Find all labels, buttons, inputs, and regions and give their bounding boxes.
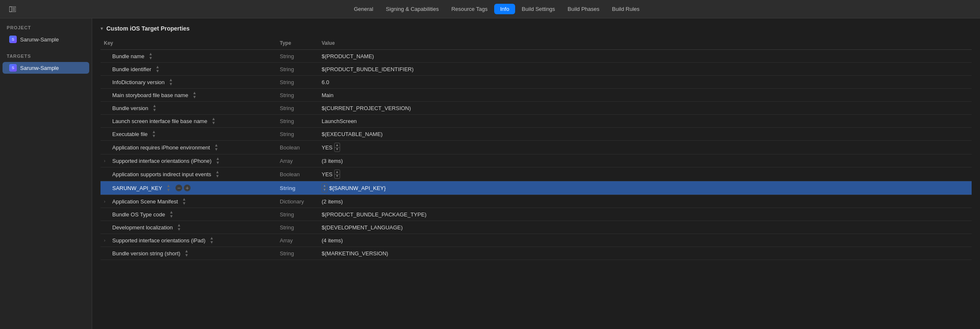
key-stepper[interactable]: ▲▼ bbox=[211, 117, 216, 125]
table-row[interactable]: Bundle version▲▼String$(CURRENT_PROJECT_… bbox=[101, 102, 972, 115]
value-text: (4 items) bbox=[322, 237, 343, 244]
nav-tabs: GeneralSigning & CapabilitiesResource Ta… bbox=[20, 4, 973, 14]
table-row[interactable]: Executable file▲▼String$(EXECUTABLE_NAME… bbox=[101, 128, 972, 141]
table-row[interactable]: Bundle identifier▲▼String$(PRODUCT_BUNDL… bbox=[101, 63, 972, 76]
key-stepper[interactable]: ▲▼ bbox=[192, 91, 196, 99]
type-text: String bbox=[280, 185, 296, 191]
value-text: $(EXECUTABLE_NAME) bbox=[322, 131, 383, 137]
type-text: String bbox=[280, 118, 294, 124]
type-text: Array bbox=[280, 158, 293, 164]
targets-section-label: TARGETS bbox=[0, 54, 92, 62]
key-stepper[interactable]: ▲▼ bbox=[149, 52, 153, 60]
key-stepper[interactable]: ▲▼ bbox=[169, 78, 173, 86]
type-text: Array bbox=[280, 237, 293, 244]
value-text: $(DEVELOPMENT_LANGUAGE) bbox=[322, 224, 403, 231]
value-text: 6.0 bbox=[322, 79, 329, 85]
content-area: ▾ Custom iOS Target Properties Key Type … bbox=[92, 18, 980, 329]
row-expand-icon[interactable]: › bbox=[104, 238, 110, 243]
table-row[interactable]: Main storyboard file base name▲▼StringMa… bbox=[101, 89, 972, 102]
nav-tab-build-settings[interactable]: Build Settings bbox=[516, 4, 561, 14]
value-text: (3 items) bbox=[322, 158, 343, 164]
table-row[interactable]: SARUNW_API_KEY▲▼−+String▲▼${SARUNW_API_K… bbox=[101, 181, 972, 195]
nav-tab-signing[interactable]: Signing & Capabilities bbox=[380, 4, 444, 14]
value-column-header: Value bbox=[318, 39, 972, 50]
value-text: Main bbox=[322, 92, 333, 98]
key-stepper[interactable]: ▲▼ bbox=[185, 249, 189, 257]
table-row[interactable]: ›Application Scene Manifest▲▼Dictionary(… bbox=[101, 195, 972, 208]
project-icon: S bbox=[9, 36, 17, 43]
key-stepper[interactable]: ▲▼ bbox=[214, 143, 218, 152]
type-text: String bbox=[280, 53, 294, 59]
table-body: Bundle name▲▼String$(PRODUCT_NAME)Bundle… bbox=[101, 50, 972, 260]
value-text: LaunchScreen bbox=[322, 118, 357, 124]
key-stepper[interactable]: ▲▼ bbox=[166, 184, 170, 192]
key-stepper[interactable]: ▲▼ bbox=[182, 197, 186, 206]
table-row[interactable]: Bundle OS Type code▲▼String$(PRODUCT_BUN… bbox=[101, 208, 972, 221]
key-column-header: Key bbox=[101, 39, 276, 50]
table-header-row: Key Type Value bbox=[101, 39, 972, 50]
properties-table: Key Type Value Bundle name▲▼String$(PROD… bbox=[101, 39, 972, 260]
type-column-header: Type bbox=[276, 39, 318, 50]
sidebar-toggle-button[interactable] bbox=[7, 3, 18, 15]
key-stepper[interactable]: ▲▼ bbox=[152, 104, 157, 112]
table-row[interactable]: ›Supported interface orientations (iPhon… bbox=[101, 154, 972, 167]
key-stepper[interactable]: ▲▼ bbox=[155, 65, 160, 73]
type-text: Boolean bbox=[280, 171, 300, 177]
target-item-label: Sarunw-Sample bbox=[20, 65, 59, 71]
table-row[interactable]: Application requires iPhone environment▲… bbox=[101, 141, 972, 154]
sidebar-item-project[interactable]: S Sarunw-Sample bbox=[3, 33, 89, 45]
table-row[interactable]: InfoDictionary version▲▼String6.0 bbox=[101, 76, 972, 89]
key-stepper[interactable]: ▲▼ bbox=[216, 157, 220, 165]
table-row[interactable]: Bundle name▲▼String$(PRODUCT_NAME) bbox=[101, 50, 972, 63]
table-row[interactable]: Development localization▲▼String$(DEVELO… bbox=[101, 221, 972, 234]
value-text: $(PRODUCT_BUNDLE_PACKAGE_TYPE) bbox=[322, 211, 426, 218]
key-text: Application Scene Manifest bbox=[112, 198, 178, 205]
nav-tab-info[interactable]: Info bbox=[494, 4, 515, 14]
top-nav: GeneralSigning & CapabilitiesResource Ta… bbox=[0, 0, 980, 18]
key-text: Bundle identifier bbox=[112, 66, 151, 72]
key-text: Executable file bbox=[112, 131, 148, 137]
table-row[interactable]: ›Supported interface orientations (iPad)… bbox=[101, 234, 972, 247]
type-text: String bbox=[280, 92, 294, 98]
row-add-button[interactable]: + bbox=[184, 185, 191, 191]
table-row[interactable]: Launch screen interface file base name▲▼… bbox=[101, 115, 972, 128]
type-text: String bbox=[280, 66, 294, 72]
row-expand-icon[interactable]: › bbox=[104, 158, 110, 163]
row-subtract-button[interactable]: − bbox=[175, 185, 182, 191]
key-text: Application supports indirect input even… bbox=[112, 171, 211, 177]
table-row[interactable]: Application supports indirect input even… bbox=[101, 167, 972, 181]
value-text: ${SARUNW_API_KEY} bbox=[329, 185, 386, 191]
value-stepper[interactable]: ▲▼ bbox=[334, 170, 340, 179]
key-text: Bundle version string (short) bbox=[112, 250, 181, 257]
type-text: String bbox=[280, 79, 294, 85]
key-stepper[interactable]: ▲▼ bbox=[177, 223, 181, 231]
value-text: $(MARKETING_VERSION) bbox=[322, 250, 388, 257]
value-stepper[interactable]: ▲▼ bbox=[334, 143, 340, 152]
nav-tab-build-rules[interactable]: Build Rules bbox=[606, 4, 645, 14]
value-text: YES bbox=[322, 144, 333, 151]
section-chevron-icon[interactable]: ▾ bbox=[101, 26, 103, 31]
row-expand-icon[interactable]: › bbox=[104, 199, 110, 204]
table-row[interactable]: Bundle version string (short)▲▼String$(M… bbox=[101, 247, 972, 260]
project-section-label: PROJECT bbox=[0, 25, 92, 33]
svg-rect-0 bbox=[9, 7, 12, 12]
nav-tab-resource-tags[interactable]: Resource Tags bbox=[446, 4, 493, 14]
value-text: YES bbox=[322, 171, 333, 177]
key-stepper[interactable]: ▲▼ bbox=[169, 210, 173, 218]
key-text: Supported interface orientations (iPhone… bbox=[112, 158, 211, 164]
key-text: Application requires iPhone environment bbox=[112, 144, 210, 151]
sidebar-item-target[interactable]: S Sarunw-Sample bbox=[3, 62, 89, 74]
type-text: Dictionary bbox=[280, 198, 304, 205]
value-type-stepper[interactable]: ▲▼ bbox=[322, 183, 328, 193]
key-stepper[interactable]: ▲▼ bbox=[152, 130, 156, 138]
key-text: Supported interface orientations (iPad) bbox=[112, 237, 206, 244]
key-text: Main storyboard file base name bbox=[112, 92, 188, 98]
nav-tab-general[interactable]: General bbox=[348, 4, 379, 14]
key-stepper[interactable]: ▲▼ bbox=[215, 170, 219, 178]
type-text: String bbox=[280, 224, 294, 231]
sidebar: PROJECT S Sarunw-Sample TARGETS S Sarunw… bbox=[0, 18, 92, 329]
key-stepper[interactable]: ▲▼ bbox=[210, 236, 214, 244]
project-item-label: Sarunw-Sample bbox=[20, 36, 59, 43]
nav-tab-build-phases[interactable]: Build Phases bbox=[562, 4, 605, 14]
target-icon: S bbox=[9, 64, 17, 72]
